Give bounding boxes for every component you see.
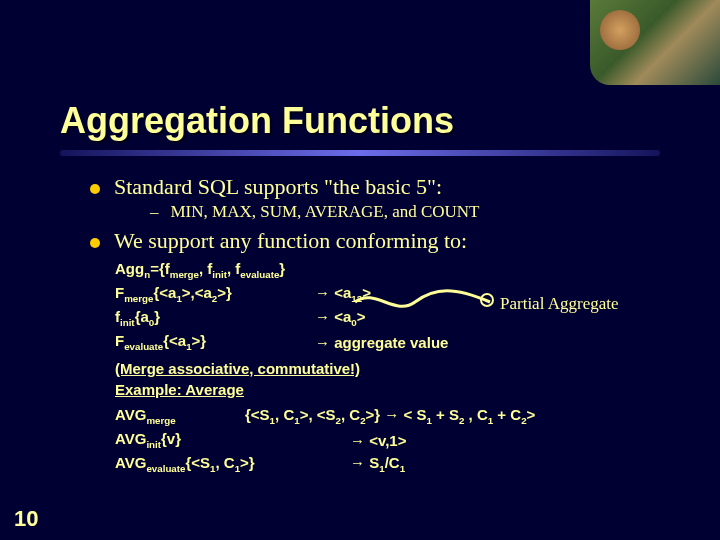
bullet-level1: Standard SQL supports "the basic 5": [90,174,660,200]
avg-init-right: → <v,1> [350,432,406,449]
dash-icon: – [150,202,159,222]
avg-merge-left: AVGmerge [115,406,245,426]
avg-eval-left: AVGevaluate{<S1, C1>} [115,454,350,474]
bullet-dot-icon [90,184,100,194]
annotation-text: Partial Aggregate [500,294,619,314]
example-label: Example: Average [115,381,660,398]
avg-merge-right: {<S1, C1>, <S2, C2>} → < S1 + S2 , C1 + … [245,406,535,426]
page-title: Aggregation Functions [60,100,660,142]
bullet-level2: – MIN, MAX, SUM, AVERAGE, and COUNT [150,202,660,222]
avg-merge-line: AVGmerge {<S1, C1>, <S2, C2>} → < S1 + S… [115,406,660,426]
bullet-text: We support any function conforming to: [114,228,467,254]
bullet-dot-icon [90,238,100,248]
avg-eval-line: AVGevaluate{<S1, C1>} → S1/C1 [115,454,660,474]
bullet-text: Standard SQL supports "the basic 5": [114,174,442,200]
header-decoration [590,0,720,85]
feval-line: Fevaluate{<a1>} → aggregate value [115,332,660,352]
feval-right: → aggregate value [315,334,448,351]
avg-init-left: AVGinit{v} [115,430,350,450]
feval-left: Fevaluate{<a1>} [115,332,315,352]
finit-left: finit{a0} [115,308,315,328]
bullet-level1: We support any function conforming to: [90,228,660,254]
fmerge-left: Fmerge{<a1>,<a2>} [115,284,315,304]
page-number: 10 [14,506,38,532]
avg-init-line: AVGinit{v} → <v,1> [115,430,660,450]
merge-note: (Merge associative, commutative!) [115,360,660,377]
bullet-text: MIN, MAX, SUM, AVERAGE, and COUNT [171,202,480,222]
title-underline [60,150,660,156]
arrow-squiggle-icon [350,282,500,322]
agg-definition: Aggn={fmerge, finit, fevaluate} [115,260,660,280]
avg-eval-right: → S1/C1 [350,454,405,474]
